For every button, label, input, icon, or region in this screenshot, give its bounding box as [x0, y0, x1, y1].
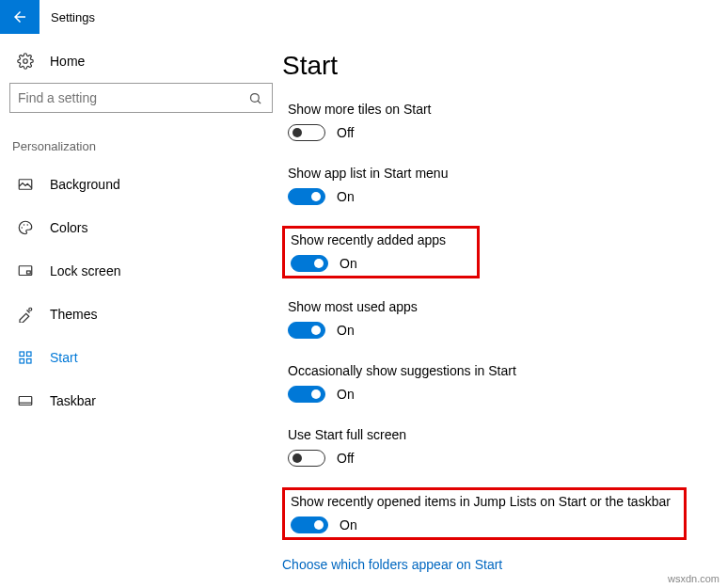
setting-most-used: Show most used apps On — [282, 295, 727, 342]
sidebar-item-lockscreen[interactable]: Lock screen — [9, 249, 273, 293]
gear-icon — [14, 53, 37, 70]
search-box[interactable] — [9, 83, 273, 113]
toggle-state: On — [337, 189, 355, 204]
svg-rect-14 — [19, 397, 32, 405]
toggle-state: On — [340, 256, 357, 271]
sidebar-item-taskbar[interactable]: Taskbar — [9, 379, 273, 422]
sidebar-item-colors[interactable]: Colors — [9, 206, 273, 249]
setting-app-list: Show app list in Start menu On — [282, 162, 727, 209]
sidebar-item-label: Themes — [50, 307, 98, 322]
sidebar-item-themes[interactable]: Themes — [9, 293, 273, 336]
setting-recently-added: Show recently added apps On — [282, 226, 480, 278]
setting-label: Show more tiles on Start — [288, 102, 721, 117]
toggle-jump-lists[interactable] — [291, 516, 328, 533]
svg-point-1 — [250, 93, 259, 102]
sidebar-item-label: Lock screen — [50, 263, 120, 278]
toggle-state: Off — [337, 451, 354, 466]
home-nav[interactable]: Home — [9, 43, 273, 83]
back-arrow-icon — [11, 8, 28, 25]
sidebar-item-label: Start — [50, 350, 78, 365]
svg-rect-10 — [20, 352, 24, 357]
setting-label: Show app list in Start menu — [288, 166, 721, 181]
setting-jump-lists: Show recently opened items in Jump Lists… — [282, 487, 687, 540]
themes-icon — [14, 306, 37, 323]
toggle-more-tiles[interactable] — [288, 124, 325, 141]
main-panel: Start Show more tiles on Start Off Show … — [282, 34, 727, 572]
toggle-state: Off — [337, 125, 354, 140]
setting-label: Occasionally show suggestions in Start — [288, 363, 721, 378]
search-icon — [238, 91, 272, 105]
watermark: wsxdn.com — [668, 573, 719, 584]
window-title: Settings — [51, 10, 95, 24]
sidebar-item-label: Taskbar — [50, 393, 96, 408]
svg-point-5 — [24, 224, 25, 226]
page-title: Start — [282, 51, 727, 81]
svg-point-4 — [22, 227, 24, 229]
svg-point-9 — [29, 308, 32, 310]
setting-label: Show most used apps — [288, 299, 721, 314]
toggle-state: On — [337, 387, 355, 402]
toggle-fullscreen[interactable] — [288, 450, 325, 467]
svg-line-2 — [258, 101, 261, 103]
svg-rect-11 — [27, 352, 32, 357]
taskbar-icon — [14, 392, 37, 409]
toggle-most-used[interactable] — [288, 322, 325, 339]
sidebar-item-start[interactable]: Start — [9, 336, 273, 379]
svg-rect-13 — [27, 359, 32, 364]
start-icon — [14, 349, 37, 366]
sidebar-item-label: Colors — [50, 220, 87, 235]
setting-label: Use Start full screen — [288, 427, 721, 442]
toggle-suggestions[interactable] — [288, 386, 325, 403]
setting-suggestions: Occasionally show suggestions in Start O… — [282, 359, 727, 406]
back-button[interactable] — [0, 0, 40, 34]
toggle-state: On — [337, 323, 355, 338]
setting-more-tiles: Show more tiles on Start Off — [282, 98, 727, 145]
sidebar: Home Personalization Background Colors L… — [0, 34, 282, 572]
toggle-recently-added[interactable] — [291, 255, 328, 272]
setting-fullscreen: Use Start full screen Off — [282, 423, 727, 470]
setting-label: Show recently opened items in Jump Lists… — [291, 494, 678, 509]
svg-point-0 — [24, 59, 28, 64]
svg-point-6 — [27, 224, 29, 226]
palette-icon — [14, 219, 37, 236]
toggle-state: On — [340, 517, 357, 532]
picture-icon — [14, 176, 37, 193]
choose-folders-link[interactable]: Choose which folders appear on Start — [282, 557, 727, 572]
category-header: Personalization — [12, 139, 273, 153]
lockscreen-icon — [14, 262, 37, 279]
toggle-app-list[interactable] — [288, 188, 325, 205]
home-label: Home — [50, 54, 85, 69]
search-input[interactable] — [10, 90, 238, 105]
sidebar-item-label: Background — [50, 177, 120, 192]
titlebar: Settings — [0, 0, 727, 34]
sidebar-item-background[interactable]: Background — [9, 163, 273, 206]
svg-rect-12 — [20, 359, 24, 364]
setting-label: Show recently added apps — [291, 232, 471, 247]
svg-rect-8 — [27, 271, 31, 274]
